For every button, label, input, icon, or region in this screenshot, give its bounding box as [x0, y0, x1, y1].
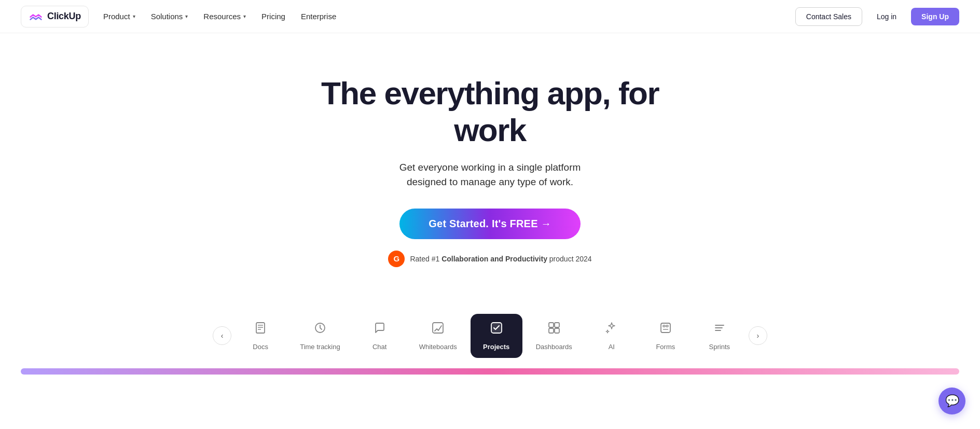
tabs-next-button[interactable]: ›: [749, 326, 767, 345]
nav-item-resources[interactable]: Resources ▾: [196, 8, 253, 25]
navbar: ClickUp Product ▾ Solutions ▾ Resources …: [0, 0, 980, 33]
tab-time-tracking[interactable]: Time tracking: [288, 314, 352, 358]
contact-sales-button[interactable]: Contact Sales: [795, 7, 862, 26]
svg-rect-7: [549, 323, 554, 327]
svg-rect-11: [661, 323, 670, 333]
tabs-row: Docs Time tracking Chat Whiteboards Proj…: [234, 314, 746, 358]
docs-icon: [254, 321, 267, 338]
nav-item-product[interactable]: Product ▾: [96, 8, 143, 25]
rating-row: G Rated #1 Collaboration and Productivit…: [388, 251, 591, 267]
clickup-logo-icon: [29, 9, 43, 24]
svg-rect-12: [663, 325, 665, 327]
svg-rect-5: [433, 323, 443, 333]
tab-sprints-label: Sprints: [709, 343, 730, 351]
tab-chat-label: Chat: [372, 343, 387, 351]
nav-links: Product ▾ Solutions ▾ Resources ▾ Pricin…: [96, 8, 343, 25]
tab-projects[interactable]: Projects: [471, 314, 522, 358]
chevron-down-icon: ▾: [243, 13, 246, 19]
hero-title: The everything app, for work: [309, 75, 672, 149]
signup-button[interactable]: Sign Up: [911, 8, 959, 25]
tab-chat[interactable]: Chat: [354, 314, 406, 358]
chevron-down-icon: ▾: [185, 13, 188, 19]
tab-docs[interactable]: Docs: [234, 314, 286, 358]
time-tracking-icon: [313, 321, 327, 338]
tab-dashboards[interactable]: Dashboards: [524, 314, 584, 358]
tab-ai-label: AI: [609, 343, 615, 351]
chevron-down-icon: ▾: [133, 13, 135, 19]
nav-item-pricing[interactable]: Pricing: [254, 8, 293, 25]
tab-projects-label: Projects: [483, 343, 509, 351]
tab-sprints[interactable]: Sprints: [694, 314, 746, 358]
nav-left: ClickUp Product ▾ Solutions ▾ Resources …: [21, 6, 343, 27]
tab-ai[interactable]: AI: [586, 314, 638, 358]
nav-right: Contact Sales Log in Sign Up: [795, 7, 959, 26]
nav-item-enterprise[interactable]: Enterprise: [294, 8, 343, 25]
tab-docs-label: Docs: [253, 343, 268, 351]
tab-whiteboards[interactable]: Whiteboards: [408, 314, 468, 358]
forms-icon: [659, 321, 672, 338]
feature-tabs-section: ‹ Docs Time tracking Chat Whiteboards: [0, 314, 980, 368]
hero-section: The everything app, for work Get everyon…: [0, 33, 980, 298]
projects-icon: [490, 321, 503, 338]
tabs-prev-button[interactable]: ‹: [213, 326, 231, 345]
svg-rect-8: [555, 323, 559, 327]
tab-dashboards-label: Dashboards: [536, 343, 572, 351]
cta-button[interactable]: Get Started. It's FREE →: [399, 209, 580, 239]
rating-text: Rated #1 Collaboration and Productivity …: [410, 255, 591, 263]
bottom-gradient-bar: [21, 368, 959, 375]
svg-rect-9: [549, 328, 554, 333]
logo-text: ClickUp: [47, 11, 81, 22]
tab-time-tracking-label: Time tracking: [300, 343, 340, 351]
chat-support-bubble[interactable]: 💬: [938, 388, 965, 414]
sprints-icon: [713, 321, 726, 338]
ai-icon: [605, 321, 618, 338]
hero-subtitle: Get everyone working in a single platfor…: [399, 160, 581, 190]
svg-rect-0: [256, 323, 265, 333]
g2-badge: G: [388, 251, 405, 267]
chat-bubble-icon: 💬: [945, 394, 959, 408]
login-button[interactable]: Log in: [867, 8, 906, 25]
logo[interactable]: ClickUp: [21, 6, 89, 27]
tab-whiteboards-label: Whiteboards: [419, 343, 457, 351]
chat-icon: [373, 321, 387, 338]
svg-rect-13: [666, 325, 668, 327]
tab-forms-label: Forms: [656, 343, 675, 351]
svg-rect-10: [555, 328, 559, 333]
tab-forms[interactable]: Forms: [640, 314, 692, 358]
whiteboards-icon: [431, 321, 445, 338]
dashboards-icon: [547, 321, 561, 338]
nav-item-solutions[interactable]: Solutions ▾: [144, 8, 196, 25]
